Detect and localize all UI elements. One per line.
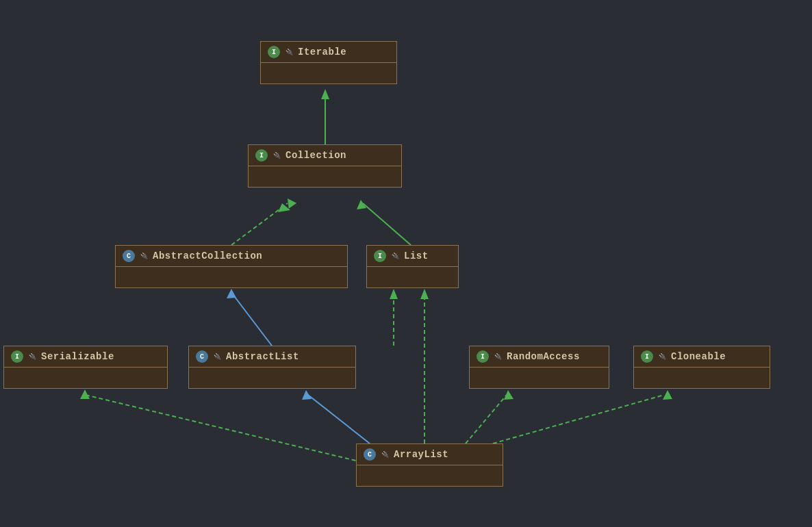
interface-icon: I: [255, 149, 268, 162]
abstract-class-icon: C: [196, 350, 208, 363]
svg-line-7: [233, 294, 272, 346]
cloneable-label: Cloneable: [671, 351, 726, 362]
svg-marker-10: [390, 289, 398, 299]
svg-line-2: [231, 203, 288, 245]
svg-line-5: [363, 203, 411, 245]
svg-marker-3: [283, 196, 296, 209]
abstract-list-box[interactable]: C 🔌 AbstractList: [188, 346, 356, 389]
list-body: [367, 267, 458, 287]
svg-marker-16: [302, 390, 312, 400]
random-access-label: RandomAccess: [507, 351, 580, 362]
plugin-icon: 🔌: [284, 47, 294, 57]
plugin-icon: 🔌: [272, 151, 281, 160]
plugin-icon: 🔌: [493, 352, 503, 361]
plugin-icon: 🔌: [380, 450, 390, 459]
abstract-collection-box[interactable]: C 🔌 AbstractCollection: [115, 245, 348, 288]
plugin-icon: 🔌: [139, 251, 149, 261]
plugin-icon: 🔌: [657, 352, 667, 361]
svg-line-13: [86, 395, 370, 464]
interface-icon: I: [641, 350, 653, 363]
plugin-icon: 🔌: [27, 352, 37, 361]
iterable-box[interactable]: I 🔌 Iterable: [260, 41, 397, 84]
arraylist-box[interactable]: C 🔌 ArrayList: [356, 444, 503, 487]
abstract-class-icon: C: [123, 250, 135, 262]
svg-marker-8: [227, 289, 236, 298]
list-box[interactable]: I 🔌 List: [366, 245, 459, 288]
abstract-list-body: [189, 368, 355, 388]
iterable-body: [261, 63, 396, 83]
interface-icon: I: [374, 250, 386, 262]
serializable-body: [4, 368, 167, 388]
svg-line-19: [493, 395, 664, 444]
serializable-label: Serializable: [41, 351, 114, 362]
collection-body: [249, 166, 401, 187]
svg-marker-14: [80, 389, 90, 399]
abstract-list-label: AbstractList: [226, 351, 299, 362]
svg-marker-1: [321, 89, 329, 99]
svg-marker-6: [357, 200, 366, 209]
interface-icon: I: [268, 46, 280, 58]
iterable-label: Iterable: [298, 47, 346, 57]
arraylist-body: [357, 465, 503, 486]
svg-marker-12: [420, 289, 429, 299]
random-access-body: [470, 368, 609, 388]
interface-icon: I: [11, 350, 23, 363]
svg-marker-4: [278, 203, 290, 212]
random-access-box[interactable]: I 🔌 RandomAccess: [469, 346, 609, 389]
collection-box[interactable]: I 🔌 Collection: [248, 144, 402, 188]
arraylist-label: ArrayList: [394, 449, 448, 460]
svg-line-17: [466, 395, 507, 444]
svg-marker-18: [504, 390, 513, 400]
serializable-box[interactable]: I 🔌 Serializable: [3, 346, 168, 389]
svg-line-15: [308, 395, 370, 444]
abstract-collection-body: [116, 267, 347, 287]
collection-label: Collection: [286, 150, 346, 161]
abstract-collection-label: AbstractCollection: [153, 250, 262, 261]
cloneable-body: [634, 368, 770, 388]
interface-icon: I: [477, 350, 489, 363]
plugin-icon: 🔌: [212, 352, 222, 361]
list-label: List: [404, 250, 429, 261]
class-icon: C: [364, 448, 376, 461]
cloneable-box[interactable]: I 🔌 Cloneable: [633, 346, 770, 389]
svg-marker-20: [663, 390, 672, 400]
plugin-icon: 🔌: [390, 251, 400, 261]
